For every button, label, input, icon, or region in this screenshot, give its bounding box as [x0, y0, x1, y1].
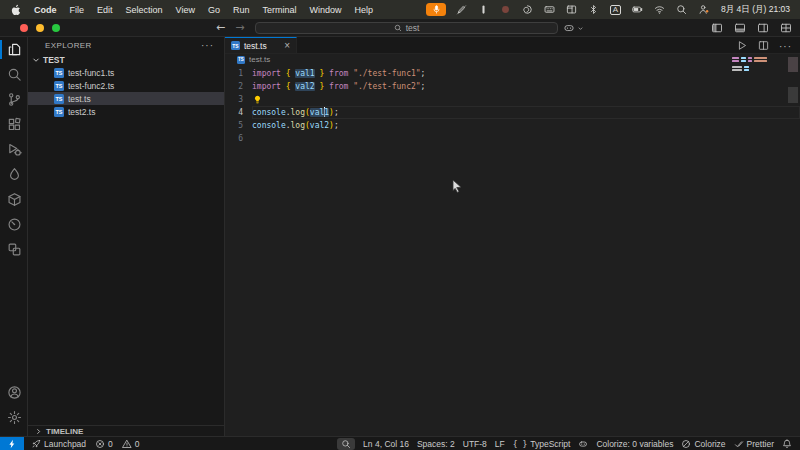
- menu-item-go[interactable]: Go: [208, 5, 220, 15]
- line-content[interactable]: import { val1 } from "./test-func1";: [252, 67, 425, 80]
- explorer-icon[interactable]: [0, 37, 28, 62]
- file-row-test-func1.ts[interactable]: TStest-func1.ts: [28, 66, 224, 79]
- code-line-4[interactable]: 4console.log(val1);: [225, 106, 800, 119]
- account-icon[interactable]: [0, 380, 28, 405]
- line-content[interactable]: console.log(val2);: [252, 119, 339, 132]
- pencil-slash-icon[interactable]: [455, 3, 468, 16]
- swirl-icon[interactable]: [521, 3, 534, 16]
- notifications-bell[interactable]: [782, 439, 792, 449]
- window-tiles-icon[interactable]: [565, 3, 578, 16]
- colorize-toggle[interactable]: Colorize: [681, 439, 725, 449]
- file-name: test2.ts: [68, 107, 95, 117]
- indentation[interactable]: Spaces: 2: [417, 439, 455, 449]
- copilot-status[interactable]: [578, 439, 588, 449]
- capsule-icon[interactable]: [477, 3, 490, 16]
- code-editor[interactable]: 1import { val1 } from "./test-func1";2im…: [225, 65, 800, 145]
- menu-item-edit[interactable]: Edit: [97, 5, 113, 15]
- line-content[interactable]: console.log(val1);: [252, 106, 339, 119]
- window-zoom-button[interactable]: [52, 24, 60, 32]
- customize-layout-icon[interactable]: [780, 22, 792, 34]
- layout-sidebar-right-icon[interactable]: [757, 22, 769, 34]
- scrollbar-decoration[interactable]: [788, 87, 798, 103]
- file-row-test2.ts[interactable]: TStest2.ts: [28, 105, 224, 118]
- menu-item-window[interactable]: Window: [309, 5, 341, 15]
- menu-item-view[interactable]: View: [176, 5, 195, 15]
- menu-item-file[interactable]: File: [70, 5, 85, 15]
- code-line-1[interactable]: 1import { val1 } from "./test-func1";: [225, 67, 800, 80]
- code-line-6[interactable]: 6: [225, 132, 800, 145]
- copilot-menu[interactable]: [563, 22, 584, 34]
- tab-test-ts[interactable]: TS test.ts ×: [225, 37, 297, 53]
- breadcrumb[interactable]: TS test.ts: [225, 54, 800, 65]
- wifi-icon[interactable]: [653, 3, 666, 16]
- timeline-section[interactable]: TIMELINE: [28, 425, 224, 436]
- droplet-icon[interactable]: [0, 162, 28, 187]
- launchpad-status[interactable]: Launchpad: [31, 439, 86, 449]
- lightbulb-icon[interactable]: [253, 95, 262, 104]
- remote-zap-icon: [7, 439, 17, 449]
- window-close-button[interactable]: [20, 24, 28, 32]
- apple-logo-icon[interactable]: [10, 4, 22, 16]
- error-icon: [95, 439, 105, 449]
- menu-item-help[interactable]: Help: [354, 5, 373, 15]
- code-line-3[interactable]: 3: [225, 93, 800, 106]
- keyboard-icon[interactable]: [543, 3, 556, 16]
- line-content[interactable]: import { val2 } from "./test-func2";: [252, 80, 425, 93]
- file-row-test.ts[interactable]: TStest.ts: [28, 92, 224, 105]
- extensions-icon[interactable]: [0, 112, 28, 137]
- cube-icon[interactable]: [0, 187, 28, 212]
- menu-item-selection[interactable]: Selection: [126, 5, 163, 15]
- menubar-items: CodeFileEditSelectionViewGoRunTerminalWi…: [34, 5, 373, 15]
- run-debug-icon[interactable]: [0, 137, 28, 162]
- split-editor-icon[interactable]: [758, 40, 769, 51]
- user-switch-icon[interactable]: [697, 3, 710, 16]
- eol[interactable]: LF: [495, 439, 505, 449]
- command-center-search[interactable]: test: [255, 22, 558, 34]
- menu-item-code[interactable]: Code: [34, 5, 57, 15]
- explorer-more-actions-icon[interactable]: ···: [201, 40, 214, 51]
- search-icon[interactable]: [0, 62, 28, 87]
- run-icon[interactable]: [737, 40, 748, 51]
- menubar-clock[interactable]: 8月 4日 (月) 21:03: [721, 4, 790, 16]
- braces-icon: { }: [513, 439, 527, 449]
- code-token: ;: [421, 82, 426, 91]
- minimap[interactable]: [732, 57, 778, 72]
- code-token: ;: [334, 108, 339, 117]
- colorize-variables[interactable]: Colorize: 0 variables: [596, 439, 673, 449]
- menu-item-run[interactable]: Run: [233, 5, 250, 15]
- code-line-2[interactable]: 2import { val2 } from "./test-func2";: [225, 80, 800, 93]
- code-token: from: [324, 69, 353, 78]
- window-minimize-button[interactable]: [36, 24, 44, 32]
- clock-icon[interactable]: [0, 212, 28, 237]
- code-line-5[interactable]: 5console.log(val2);: [225, 119, 800, 132]
- warnings-count[interactable]: 0: [122, 439, 140, 449]
- file-row-test-func2.ts[interactable]: TStest-func2.ts: [28, 79, 224, 92]
- layout-panel-icon[interactable]: [734, 22, 746, 34]
- record-dot-icon[interactable]: [499, 3, 512, 16]
- folder-name: TEST: [43, 55, 65, 65]
- cursor-position[interactable]: Ln 4, Col 16: [363, 439, 409, 449]
- screencast-zoom[interactable]: [337, 438, 355, 450]
- navigate-forward-icon[interactable]: →: [235, 21, 244, 34]
- errors-count[interactable]: 0: [95, 439, 113, 449]
- close-tab-icon[interactable]: ×: [284, 41, 290, 51]
- layout-sidebar-left-icon[interactable]: [711, 22, 723, 34]
- typescript-file-icon: TS: [231, 41, 240, 50]
- encoding[interactable]: UTF-8: [463, 439, 487, 449]
- mic-icon[interactable]: [426, 3, 446, 16]
- more-actions-icon[interactable]: ···: [779, 36, 792, 54]
- remote-indicator[interactable]: [0, 437, 24, 450]
- minimap-slider[interactable]: [788, 57, 798, 72]
- search-icon[interactable]: [675, 3, 688, 16]
- battery-icon[interactable]: [631, 3, 644, 16]
- layers-icon[interactable]: [0, 237, 28, 262]
- folder-row-test[interactable]: TEST: [28, 53, 224, 66]
- settings-gear-icon[interactable]: [0, 405, 28, 430]
- input-source-icon[interactable]: A: [609, 3, 622, 16]
- source-control-icon[interactable]: [0, 87, 28, 112]
- navigate-back-icon[interactable]: ←: [216, 21, 225, 34]
- language-mode[interactable]: { }TypeScript: [513, 439, 571, 449]
- menu-item-terminal[interactable]: Terminal: [262, 5, 296, 15]
- bluetooth-icon[interactable]: [587, 3, 600, 16]
- prettier-status[interactable]: Prettier: [734, 439, 774, 449]
